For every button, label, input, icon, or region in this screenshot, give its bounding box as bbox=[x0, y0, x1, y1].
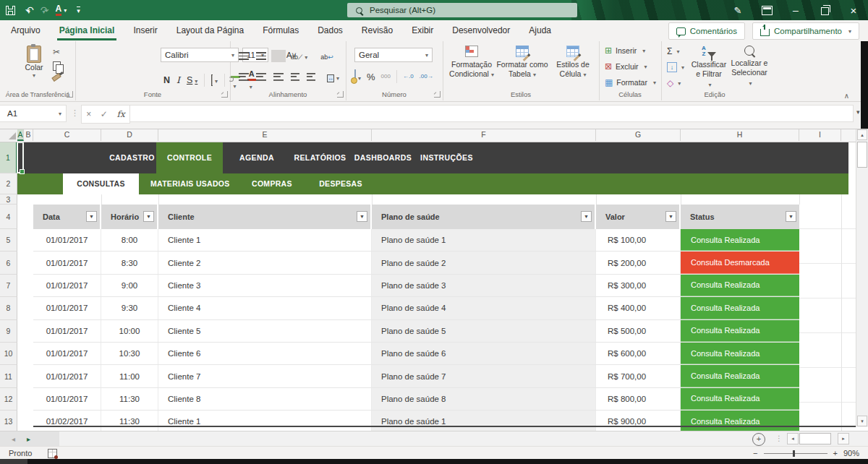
cell-status[interactable]: Consulta Realizada bbox=[681, 388, 799, 410]
increase-decimal-button[interactable]: ←.0 bbox=[403, 74, 414, 80]
tab-inserir[interactable]: Inserir bbox=[124, 20, 166, 41]
cell-valor[interactable]: R$ 100,00 bbox=[596, 229, 681, 251]
conditional-formatting-button[interactable]: Formatação Condicional bbox=[446, 46, 498, 79]
orientation-button[interactable]: ab⟋ bbox=[291, 49, 307, 62]
record-macro-icon[interactable] bbox=[48, 449, 57, 458]
cell-data[interactable]: 01/01/2017 bbox=[33, 388, 101, 410]
align-center-icon[interactable] bbox=[256, 73, 266, 81]
row-header-2[interactable]: 2 bbox=[0, 173, 17, 194]
tab-exibir[interactable]: Exibir bbox=[402, 20, 443, 41]
cell-horario[interactable]: 9:00 bbox=[101, 275, 158, 296]
search-input[interactable] bbox=[368, 5, 545, 15]
merge-center-button[interactable]: ↔ bbox=[327, 70, 339, 83]
filter-icon[interactable]: ▼ bbox=[786, 211, 796, 222]
clipboard-dialog-launcher[interactable] bbox=[67, 91, 73, 98]
cell-cliente[interactable]: Cliente 3 bbox=[158, 275, 372, 296]
next-sheet-icon[interactable]: ▸ bbox=[27, 435, 30, 443]
wrap-text-button[interactable]: ab↩ bbox=[320, 49, 333, 62]
scroll-left-icon[interactable]: ◂ bbox=[787, 433, 799, 444]
row-header-13[interactable]: 13 bbox=[0, 411, 17, 431]
cell-status[interactable]: Consulta Realizada bbox=[681, 297, 799, 319]
scroll-down-icon[interactable]: ▾ bbox=[857, 416, 867, 426]
italic-button[interactable]: I bbox=[176, 74, 180, 85]
align-left-icon[interactable] bbox=[239, 73, 249, 81]
cell-horario[interactable]: 8:30 bbox=[101, 252, 158, 273]
cell-plano[interactable]: Plano de saúde 2 bbox=[372, 252, 596, 273]
borders-button[interactable] bbox=[211, 75, 218, 85]
font-family-select[interactable]: Calibri bbox=[161, 48, 239, 62]
find-select-button[interactable]: Localizar e Selecionar bbox=[729, 46, 770, 87]
vertical-scroll-thumb[interactable] bbox=[857, 142, 867, 168]
prev-sheet-icon[interactable]: ◂ bbox=[12, 435, 15, 443]
delete-cells-button[interactable]: ⊠Excluir bbox=[605, 62, 647, 71]
cell-status[interactable]: Consulta Realizada bbox=[681, 320, 799, 342]
column-header-f[interactable]: F bbox=[372, 129, 596, 141]
tab-desenvolvedor[interactable]: Desenvolvedor bbox=[443, 20, 519, 41]
accounting-format-button[interactable] bbox=[354, 70, 361, 83]
fill-button[interactable]: ↓ bbox=[667, 62, 684, 72]
cell-status[interactable]: Consulta Realizada bbox=[681, 343, 799, 364]
col-header-plano[interactable]: Plano de saúde▼ bbox=[372, 205, 596, 229]
filter-icon[interactable]: ▼ bbox=[665, 211, 676, 222]
cell-status[interactable]: Consulta Realizada bbox=[681, 229, 799, 251]
cell-valor[interactable]: R$ 200,00 bbox=[596, 252, 681, 273]
cell-valor[interactable]: R$ 900,00 bbox=[596, 411, 681, 431]
align-right-icon[interactable] bbox=[273, 73, 284, 81]
name-box[interactable]: A1 bbox=[0, 105, 67, 122]
col-header-cliente[interactable]: Cliente▼ bbox=[158, 205, 372, 229]
confirm-entry-icon[interactable]: ✓ bbox=[101, 109, 108, 119]
filter-icon[interactable]: ▼ bbox=[581, 211, 592, 222]
cell-cliente[interactable]: Cliente 5 bbox=[158, 320, 372, 342]
cell-plano[interactable]: Plano de saúde 8 bbox=[372, 388, 596, 410]
tab-layout-da-pagina[interactable]: Layout da Página bbox=[167, 20, 253, 41]
row-header-5[interactable]: 5 bbox=[0, 229, 17, 252]
cell-data[interactable]: 01/01/2017 bbox=[33, 252, 101, 273]
customize-toolbar-icon[interactable]: ▾ bbox=[77, 7, 80, 14]
column-header-h[interactable]: H bbox=[681, 129, 799, 141]
row-header-7[interactable]: 7 bbox=[0, 275, 17, 297]
column-header-c[interactable]: C bbox=[33, 129, 101, 141]
cell-horario[interactable]: 11:30 bbox=[101, 411, 158, 431]
cell-plano[interactable]: Plano de saúde 5 bbox=[372, 320, 596, 342]
cell-data[interactable]: 01/02/2017 bbox=[33, 411, 101, 431]
horizontal-scroll-thumb[interactable] bbox=[799, 433, 831, 444]
tab-ajuda[interactable]: Ajuda bbox=[519, 20, 561, 41]
font-color-quick-button[interactable]: A ▾ bbox=[56, 4, 67, 16]
zoom-slider[interactable] bbox=[764, 453, 827, 454]
cell-valor[interactable]: R$ 700,00 bbox=[596, 365, 681, 387]
zoom-slider-thumb[interactable] bbox=[793, 450, 795, 457]
cell-horario[interactable]: 10:00 bbox=[101, 320, 158, 342]
formula-input[interactable] bbox=[130, 106, 853, 121]
align-middle-icon[interactable] bbox=[256, 52, 266, 60]
cell-horario[interactable]: 10:30 bbox=[101, 343, 158, 364]
cut-button[interactable]: ✂ bbox=[53, 47, 60, 57]
search-box[interactable] bbox=[347, 3, 577, 17]
insert-cells-button[interactable]: ⊞Inserir bbox=[605, 46, 645, 55]
column-header-d[interactable]: D bbox=[101, 129, 158, 141]
cell-plano[interactable]: Plano de saúde 4 bbox=[372, 297, 596, 319]
number-format-select[interactable]: Geral bbox=[354, 48, 433, 62]
cell-valor[interactable]: R$ 400,00 bbox=[596, 297, 681, 319]
row-header-9[interactable]: 9 bbox=[0, 320, 17, 343]
scroll-up-icon[interactable]: ▴ bbox=[857, 129, 867, 140]
zoom-level[interactable]: 90% bbox=[843, 449, 859, 457]
col-header-horario[interactable]: Horário▼ bbox=[101, 205, 158, 229]
zoom-out-button[interactable]: − bbox=[753, 449, 757, 457]
cell-valor[interactable]: R$ 300,00 bbox=[596, 275, 681, 296]
filter-icon[interactable]: ▼ bbox=[357, 211, 367, 222]
collapse-ribbon-icon[interactable]: ∧ bbox=[844, 92, 849, 100]
cell-status[interactable]: Consulta Realizada bbox=[681, 275, 799, 296]
cell-status[interactable]: Consulta Realizada bbox=[681, 365, 799, 387]
cell-cliente[interactable]: Cliente 2 bbox=[158, 252, 372, 273]
align-top-icon[interactable] bbox=[239, 52, 249, 60]
cell-status[interactable]: Consulta Realizada bbox=[681, 411, 799, 431]
bold-button[interactable]: N bbox=[163, 75, 170, 85]
vertical-scrollbar[interactable]: ▴ ▾ bbox=[856, 129, 868, 427]
cell-plano[interactable]: Plano de saúde 1 bbox=[372, 411, 596, 431]
column-header-g[interactable]: G bbox=[596, 129, 681, 141]
cell-valor[interactable]: R$ 600,00 bbox=[596, 343, 681, 364]
cell-status[interactable]: Consulta Desmarcada bbox=[681, 252, 799, 273]
cell-plano[interactable]: Plano de saúde 6 bbox=[372, 343, 596, 364]
cancel-entry-icon[interactable]: × bbox=[86, 109, 91, 119]
cell-horario[interactable]: 9:30 bbox=[101, 297, 158, 319]
